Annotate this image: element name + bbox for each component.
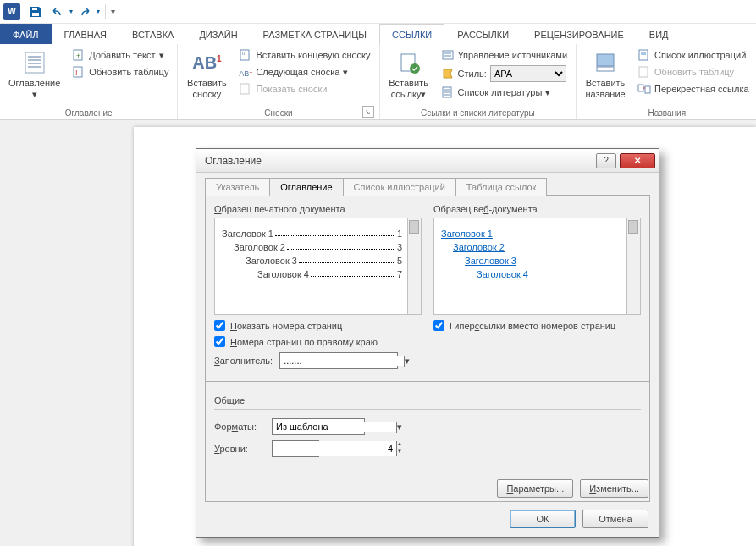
bibliography-icon [441, 85, 455, 99]
dialog-title: Оглавление [205, 155, 262, 167]
tab-insert[interactable]: ВСТАВКА [119, 24, 186, 44]
levels-spinner[interactable]: ▲▼ [272, 440, 319, 457]
cross-reference-button[interactable]: Перекрестная ссылка [634, 81, 753, 97]
update-figures-icon [637, 65, 651, 79]
bibliography-button[interactable]: Список литературы ▾ [438, 85, 571, 100]
tab-file[interactable]: ФАЙЛ [0, 24, 52, 44]
show-notes-button[interactable]: Показать сноски [235, 81, 373, 97]
right-align-checkbox[interactable]: Номера страниц по правому краю [214, 336, 422, 347]
levels-label: Уровни: [214, 444, 265, 454]
undo-button[interactable] [47, 2, 68, 22]
tab-mailings[interactable]: РАССЫЛКИ [444, 24, 521, 44]
modify-button[interactable]: Изменить... [580, 479, 648, 498]
formats-label: Форматы: [214, 422, 265, 432]
save-button[interactable] [25, 2, 46, 22]
svg-rect-16 [443, 51, 453, 59]
chevron-down-icon[interactable]: ▾ [404, 356, 410, 367]
redo-button[interactable] [74, 2, 95, 22]
quick-access-toolbar: W ▾ ▾ ▾ [0, 0, 756, 24]
style-icon [441, 67, 455, 80]
toc-dialog: Оглавление ? ✕ Указатель Оглавление Спис… [196, 148, 659, 538]
svg-rect-26 [641, 52, 646, 55]
tab-toc[interactable]: Оглавление [269, 178, 343, 196]
crossref-icon [637, 82, 651, 96]
caption-icon [592, 49, 619, 76]
web-preview-label: Образец веб-документа [433, 204, 641, 214]
svg-rect-2 [25, 52, 44, 73]
show-page-numbers-checkbox[interactable]: Показать номера страниц [214, 320, 422, 331]
word-logo: W [3, 3, 20, 20]
chevron-down-icon[interactable]: ▾ [396, 422, 402, 433]
help-button[interactable]: ? [596, 153, 616, 168]
group-footnotes: AB1 Вставить сноску u Вставить концевую … [178, 44, 379, 119]
figures-icon [637, 48, 651, 62]
manage-sources-icon [441, 48, 455, 62]
web-link-3[interactable]: Заголовок 3 [465, 256, 621, 266]
group-label-captions: Названия [580, 108, 754, 119]
dialog-panel: Образец печатного документа Заголовок 11… [205, 195, 650, 382]
citation-style-select[interactable]: APA [490, 65, 566, 82]
group-label-citations: Ссылки и списки литературы [384, 108, 572, 119]
ok-button[interactable]: ОК [510, 510, 576, 528]
svg-text:!: ! [75, 69, 78, 77]
group-toc: Оглавление▾ + Добавить текст ▾ ! Обновит… [0, 44, 178, 119]
svg-rect-29 [645, 86, 650, 93]
endnote-icon: u [239, 48, 252, 62]
web-preview: Заголовок 1 Заголовок 2 Заголовок 3 Заго… [433, 218, 641, 315]
scrollbar[interactable] [626, 218, 640, 314]
next-footnote-icon: AB1 [239, 65, 252, 79]
footnotes-dialog-launcher[interactable]: ↘ [362, 106, 374, 118]
next-footnote-button[interactable]: AB1 Следующая сноска ▾ [235, 64, 373, 80]
svg-rect-13 [240, 84, 249, 94]
svg-text:u: u [242, 51, 245, 56]
svg-rect-27 [639, 67, 648, 77]
close-button[interactable]: ✕ [620, 153, 655, 168]
svg-rect-0 [32, 8, 37, 10]
hyperlinks-checkbox[interactable]: Гиперссылки вместо номеров страниц [433, 320, 641, 331]
web-link-4[interactable]: Заголовок 4 [477, 269, 621, 279]
svg-rect-24 [597, 67, 614, 71]
insert-endnote-button[interactable]: u Вставить концевую сноску [235, 47, 373, 63]
footnote-icon: AB1 [193, 49, 220, 76]
toc-label: Оглавление [8, 78, 60, 88]
add-text-button[interactable]: + Добавить текст ▾ [69, 47, 172, 63]
table-of-figures-button[interactable]: Список иллюстраций [634, 47, 753, 63]
tab-references[interactable]: ССЫЛКИ [379, 24, 444, 44]
manage-sources-button[interactable]: Управление источниками [438, 47, 571, 63]
web-link-2[interactable]: Заголовок 2 [453, 242, 621, 252]
toc-button[interactable]: Оглавление▾ [3, 46, 65, 108]
leader-combo[interactable]: ▾ [279, 352, 398, 369]
add-text-icon: + [72, 48, 86, 62]
group-citations: Вставить ссылку▾ Управление источниками … [380, 44, 577, 119]
leader-label: Заполнитель: [214, 356, 273, 366]
group-captions: Вставить название Список иллюстраций Обн… [577, 44, 756, 119]
scrollbar[interactable] [407, 218, 421, 314]
tab-authorities[interactable]: Таблица ссылок [455, 178, 548, 196]
print-preview: Заголовок 11 Заголовок 23 Заголовок 35 З… [214, 218, 422, 315]
tab-figures[interactable]: Список иллюстраций [343, 178, 456, 196]
update-figures-button[interactable]: Обновить таблицу [634, 64, 753, 80]
web-link-1[interactable]: Заголовок 1 [441, 229, 621, 239]
ribbon: Оглавление▾ + Добавить текст ▾ ! Обновит… [0, 44, 756, 120]
svg-text:+: + [76, 52, 80, 60]
dialog-titlebar[interactable]: Оглавление ? ✕ [196, 149, 659, 173]
group-label-footnotes: Сноски ↘ [181, 108, 375, 119]
tab-review[interactable]: РЕЦЕНЗИРОВАНИЕ [521, 24, 637, 44]
tab-index[interactable]: Указатель [205, 178, 270, 196]
tab-design[interactable]: ДИЗАЙН [186, 24, 250, 44]
update-toc-button[interactable]: ! Обновить таблицу [69, 64, 172, 80]
tab-view[interactable]: ВИД [637, 24, 682, 44]
tab-home[interactable]: ГЛАВНАЯ [52, 24, 119, 44]
insert-footnote-button[interactable]: AB1 Вставить сноску [181, 46, 232, 108]
citation-style-row: Стиль: APA [438, 64, 571, 83]
options-button[interactable]: Параметры... [497, 479, 573, 498]
svg-rect-1 [32, 13, 39, 16]
formats-combo[interactable]: ▾ [272, 418, 365, 435]
tab-layout[interactable]: РАЗМЕТКА СТРАНИЦЫ [251, 24, 379, 44]
general-label: Общие [214, 395, 641, 405]
insert-citation-button[interactable]: Вставить ссылку▾ [384, 46, 434, 108]
cancel-button[interactable]: Отмена [582, 510, 648, 528]
ribbon-tabs: ФАЙЛ ГЛАВНАЯ ВСТАВКА ДИЗАЙН РАЗМЕТКА СТР… [0, 24, 756, 44]
insert-caption-button[interactable]: Вставить название [580, 46, 631, 108]
svg-rect-28 [638, 85, 643, 91]
